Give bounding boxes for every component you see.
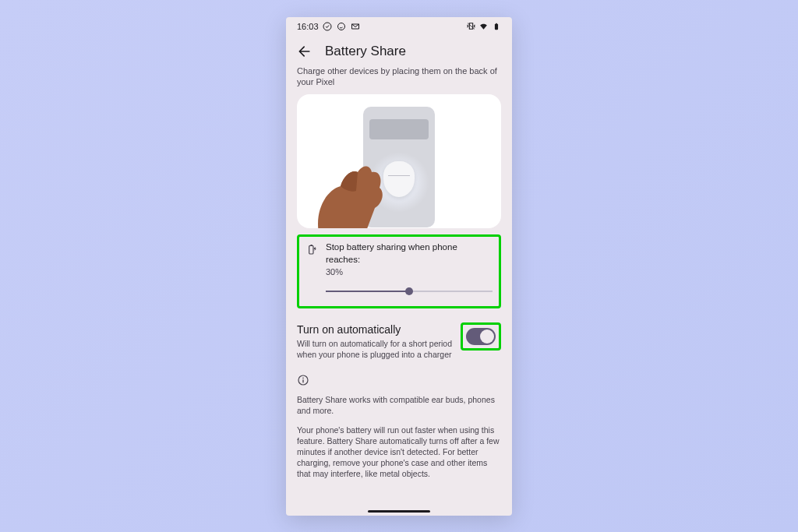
battery-threshold-section: Stop battery sharing when phone reaches:…: [297, 234, 501, 308]
slider-value: 30%: [326, 266, 493, 278]
hand-illustration: [311, 147, 397, 228]
status-time: 16:03: [297, 22, 319, 31]
page-content: Charge other devices by placing them on …: [286, 65, 512, 506]
svg-point-8: [302, 378, 304, 379]
auto-on-subtitle: Will turn on automatically for a short p…: [297, 338, 454, 360]
slider-thumb[interactable]: [405, 287, 413, 295]
svg-rect-6: [311, 245, 312, 246]
page-title: Battery Share: [325, 44, 406, 59]
gesture-nav-bar[interactable]: [368, 510, 430, 513]
slider-text-group: Stop battery sharing when phone reaches:…: [326, 241, 493, 297]
wifi-icon: [478, 21, 489, 31]
whatsapp-icon: [337, 21, 347, 31]
slider-label: Stop battery sharing when phone reaches:: [326, 241, 493, 266]
battery-threshold-slider[interactable]: [326, 286, 493, 297]
phone-frame: 16:03 Battery Share: [286, 17, 512, 516]
svg-line-2: [468, 23, 475, 30]
battery-share-icon: [305, 243, 318, 255]
check-circle-icon: [323, 21, 333, 31]
toggle-knob: [480, 329, 494, 344]
info-icon: [297, 374, 309, 386]
svg-rect-3: [494, 23, 497, 30]
svg-rect-9: [302, 380, 303, 383]
vibrate-icon: [466, 21, 476, 31]
page-description: Charge other devices by placing them on …: [297, 65, 501, 89]
back-arrow-icon[interactable]: [297, 44, 312, 59]
svg-point-1: [338, 23, 345, 30]
auto-on-title: Turn on automatically: [297, 322, 454, 337]
illustration-card: [297, 94, 501, 228]
slider-track-fill: [326, 291, 409, 292]
auto-on-text: Turn on automatically Will turn on autom…: [297, 322, 454, 360]
svg-point-0: [323, 23, 331, 30]
status-left: 16:03: [297, 21, 361, 31]
toggle-highlight-box: [461, 322, 501, 351]
info-paragraph-2: Your phone's battery will run out faster…: [297, 425, 501, 480]
status-right: [466, 21, 501, 31]
camera-bar-illustration: [369, 119, 429, 139]
auto-on-section: Turn on automatically Will turn on autom…: [297, 322, 501, 360]
status-bar: 16:03: [286, 17, 512, 36]
gmail-icon: [351, 21, 361, 31]
svg-rect-5: [309, 246, 313, 255]
page-header: Battery Share: [286, 36, 512, 65]
battery-icon: [491, 21, 501, 31]
info-paragraph-1: Battery Share works with compatible ear …: [297, 394, 501, 416]
svg-rect-4: [496, 23, 497, 23]
auto-on-toggle[interactable]: [466, 328, 496, 345]
